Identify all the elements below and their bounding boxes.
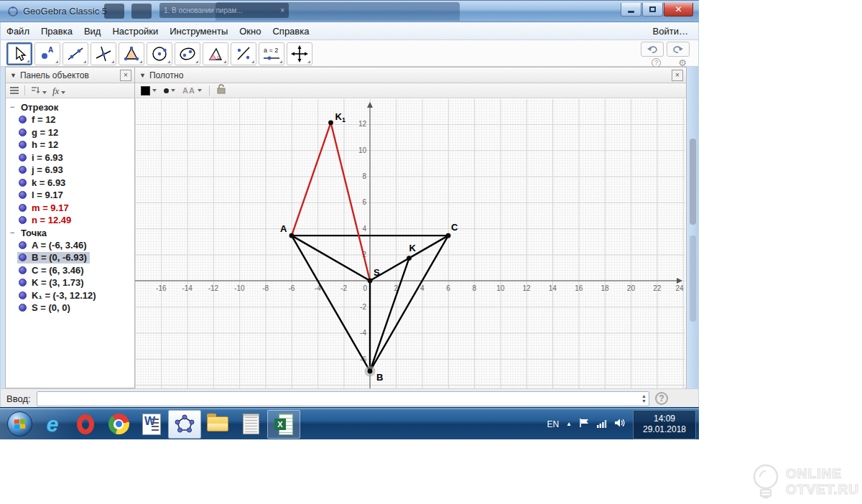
object-item[interactable]: m = 9.17 xyxy=(6,202,134,215)
visibility-bullet-icon[interactable] xyxy=(19,154,27,162)
point-B[interactable] xyxy=(368,369,373,374)
taskbar-notepad[interactable] xyxy=(234,410,267,439)
menu-файл[interactable]: Файл xyxy=(1,26,35,37)
sign-in-button[interactable]: Войти… xyxy=(653,26,688,37)
taskbar-word[interactable]: W xyxy=(135,410,168,439)
object-item[interactable]: l = 9.17 xyxy=(6,189,134,202)
segment-SA[interactable] xyxy=(292,235,370,281)
visibility-bullet-icon[interactable] xyxy=(19,216,27,224)
taskbar-chrome[interactable] xyxy=(102,410,135,439)
object-item[interactable]: B = (0, -6.93) xyxy=(6,251,134,264)
command-input[interactable]: ▲▼ xyxy=(37,391,649,406)
fx-filter-icon[interactable]: fx xyxy=(52,84,65,97)
tool-slider[interactable]: a = 2 xyxy=(259,42,284,65)
visibility-bullet-icon[interactable] xyxy=(19,241,27,249)
clock[interactable]: 14:09 29.01.2018 xyxy=(633,410,696,439)
object-category[interactable]: −Точка xyxy=(6,227,134,239)
input-help-icon[interactable]: ? xyxy=(655,392,668,405)
color-swatch-icon[interactable] xyxy=(141,86,157,95)
menu-вид[interactable]: Вид xyxy=(78,26,107,37)
graphics-panel-header[interactable]: ▼ Полотно × xyxy=(135,67,686,83)
tool-move[interactable] xyxy=(6,42,32,65)
menu-правка[interactable]: Правка xyxy=(35,26,78,37)
object-item[interactable]: j = 6.93 xyxy=(6,164,134,177)
visibility-bullet-icon[interactable] xyxy=(19,191,27,199)
graphics-canvas[interactable]: -16-14-12-10-8-6-4-202468101214161820222… xyxy=(135,99,685,389)
object-item[interactable]: k = 6.93 xyxy=(6,177,134,190)
menu-окно[interactable]: Окно xyxy=(233,26,267,37)
point-S[interactable] xyxy=(368,279,373,284)
object-item[interactable]: h = 12 xyxy=(6,139,134,151)
input-history-icon[interactable]: ▲▼ xyxy=(641,393,646,403)
object-item[interactable]: n = 12.49 xyxy=(6,214,134,227)
tool-point[interactable]: A xyxy=(34,42,60,65)
segment-AB[interactable] xyxy=(292,235,370,371)
minimize-button[interactable] xyxy=(621,3,641,17)
object-item[interactable]: K = (3, 1.73) xyxy=(6,276,134,289)
point-K[interactable] xyxy=(407,256,412,261)
object-category[interactable]: −Отрезок xyxy=(6,101,134,113)
point-style-icon[interactable] xyxy=(164,88,175,93)
tool-circle[interactable] xyxy=(147,42,172,65)
visibility-bullet-icon[interactable] xyxy=(19,266,27,274)
visibility-bullet-icon[interactable] xyxy=(19,204,27,212)
object-item[interactable]: A = (-6, 3.46) xyxy=(6,239,134,252)
algebra-panel-close-icon[interactable]: × xyxy=(120,70,131,81)
title-bar[interactable]: GeoGebra Classic 5 1. В основании пирам.… xyxy=(0,1,699,22)
sort-icon[interactable] xyxy=(31,84,47,97)
segment-K1A[interactable] xyxy=(292,123,331,235)
point-A[interactable] xyxy=(289,233,295,238)
taskbar-opera[interactable] xyxy=(69,410,102,439)
tool-perpendicular[interactable] xyxy=(91,42,116,65)
scrollbar-thumb[interactable] xyxy=(690,139,696,225)
auxiliary-objects-icon[interactable] xyxy=(10,85,19,95)
visibility-bullet-icon[interactable] xyxy=(19,129,27,136)
visibility-bullet-icon[interactable] xyxy=(19,166,27,174)
taskbar-excel[interactable]: X xyxy=(267,410,300,439)
algebra-panel-header[interactable]: ▼ Панель объектов × xyxy=(6,67,134,83)
undo-button[interactable] xyxy=(641,42,664,57)
hidden-icons-arrow[interactable]: ▲ xyxy=(566,421,572,427)
object-item[interactable]: g = 12 xyxy=(6,126,134,139)
collapse-minus-icon[interactable]: − xyxy=(10,230,17,236)
tool-conic[interactable] xyxy=(175,42,200,65)
collapse-minus-icon[interactable]: − xyxy=(10,104,17,111)
object-item[interactable]: C = (6, 3.46) xyxy=(6,264,134,277)
taskbar-geogebra[interactable] xyxy=(168,410,201,439)
visibility-bullet-icon[interactable] xyxy=(19,304,27,312)
language-indicator[interactable]: EN xyxy=(547,419,559,429)
visibility-bullet-icon[interactable] xyxy=(19,141,27,149)
object-item[interactable]: K₁ = (-3, 12.12) xyxy=(6,289,134,302)
volume-icon[interactable] xyxy=(614,418,626,431)
menu-настройки[interactable]: Настройки xyxy=(106,26,164,37)
network-icon[interactable] xyxy=(597,418,607,431)
visibility-bullet-icon[interactable] xyxy=(19,116,27,123)
graphics-panel-close-icon[interactable]: × xyxy=(672,70,683,81)
visibility-bullet-icon[interactable] xyxy=(19,291,27,299)
collapse-triangle-icon[interactable]: ▼ xyxy=(10,72,17,79)
scrollbar-thumb[interactable] xyxy=(690,235,696,322)
start-button[interactable] xyxy=(3,410,36,439)
point-C[interactable] xyxy=(446,233,451,238)
visibility-bullet-icon[interactable] xyxy=(19,279,27,286)
taskbar-explorer[interactable] xyxy=(201,410,234,439)
tool-move-canvas[interactable] xyxy=(287,42,312,65)
unlock-icon[interactable] xyxy=(217,84,226,97)
tool-angle[interactable]: α xyxy=(203,42,228,65)
point-K1[interactable] xyxy=(328,120,333,125)
object-item[interactable]: i = 6.93 xyxy=(6,151,134,164)
menu-справка[interactable]: Справка xyxy=(267,26,315,37)
object-item[interactable]: f = 12 xyxy=(6,113,134,126)
object-item[interactable]: S = (0, 0) xyxy=(6,302,134,314)
maximize-button[interactable] xyxy=(642,3,663,17)
visibility-bullet-icon[interactable] xyxy=(19,179,27,187)
tool-line[interactable] xyxy=(62,42,88,65)
tool-polygon[interactable] xyxy=(119,42,144,65)
collapse-triangle-icon[interactable]: ▼ xyxy=(139,72,146,79)
menu-инструменты[interactable]: Инструменты xyxy=(164,26,233,37)
visibility-bullet-icon[interactable] xyxy=(19,253,27,261)
tool-reflect[interactable] xyxy=(231,42,256,65)
label-style-icon[interactable]: AA xyxy=(182,86,202,95)
action-center-flag-icon[interactable] xyxy=(579,418,590,431)
redo-button[interactable] xyxy=(667,42,690,57)
